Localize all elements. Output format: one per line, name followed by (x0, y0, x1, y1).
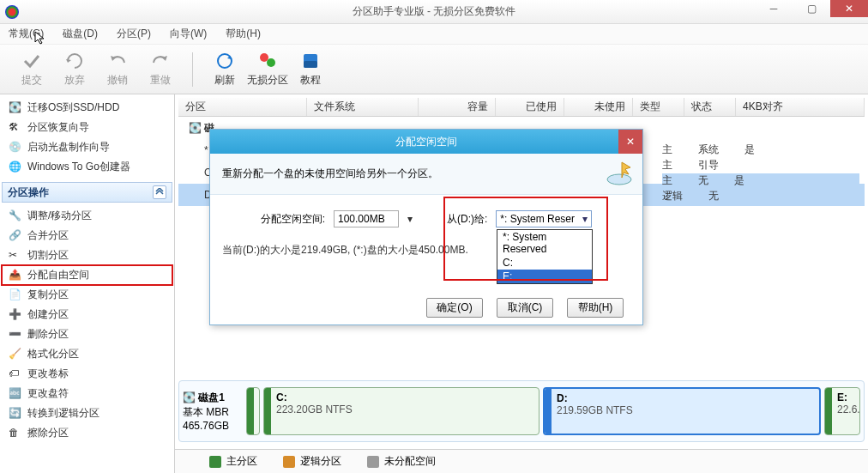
close-button[interactable]: ✕ (830, 0, 868, 17)
dialog-titlebar[interactable]: 分配空闲空间 ✕ (210, 130, 642, 154)
th-status[interactable]: 状态 (684, 98, 736, 116)
th-unused[interactable]: 未使用 (564, 98, 633, 116)
th-type[interactable]: 类型 (633, 98, 684, 116)
refresh-button[interactable]: 刷新 (203, 51, 246, 88)
globe-icon: 🌐 (9, 161, 22, 174)
cd-icon: 💿 (9, 141, 22, 155)
title-bar: 分区助手专业版 - 无损分区免费软件 ─ ▢ ✕ (0, 0, 868, 24)
left-sidebar: 💽迁移OS到SSD/HDD 🛠分区恢复向导 💿启动光盘制作向导 🌐Windows… (0, 94, 175, 473)
discard-icon (64, 51, 85, 71)
segment-d[interactable]: D:219.59GB NTFS (543, 387, 821, 435)
svg-point-5 (607, 174, 631, 185)
legend: 主分区 逻辑分区 未分配空间 (175, 449, 868, 473)
op-wipe[interactable]: 🗑擦除分区 (2, 423, 172, 443)
dialog-close-button[interactable]: ✕ (618, 130, 642, 154)
op-label[interactable]: 🏷更改卷标 (2, 364, 172, 384)
disk-icon: 💽 磁盘1 (183, 391, 243, 405)
wipe-icon: 🗑 (9, 427, 22, 440)
row-star-info: 主系统是 (662, 143, 859, 158)
disk-icon: 💽 (189, 122, 202, 134)
dialog-buttons: 确定(O) 取消(C) 帮助(H) (210, 290, 642, 324)
refresh-icon (214, 51, 235, 71)
segment-e[interactable]: E:22.6... (824, 387, 860, 435)
delete-icon: ➖ (9, 328, 22, 342)
chevron-up-icon[interactable] (153, 185, 166, 199)
op-convert[interactable]: 🔄转换到逻辑分区 (2, 403, 172, 423)
disk-icon: 💽 (9, 101, 22, 115)
format-icon: 🧹 (9, 348, 22, 361)
menu-partition[interactable]: 分区(P) (113, 25, 154, 43)
split-icon: ✂ (9, 249, 22, 263)
op-delete[interactable]: ➖删除分区 (2, 324, 172, 344)
menu-help[interactable]: 帮助(H) (222, 25, 264, 43)
convert-icon: 🔄 (9, 407, 22, 421)
op-resize[interactable]: 🔧调整/移动分区 (2, 206, 172, 226)
menu-wizard[interactable]: 向导(W) (166, 25, 210, 43)
op-letter[interactable]: 🔤更改盘符 (2, 384, 172, 403)
segment-c[interactable]: C:223.20GB NTFS (263, 387, 539, 435)
dialog-header: 重新分配一个盘的未使用空间给另外一个分区。 (210, 154, 642, 195)
op-copy[interactable]: 📄复制分区 (2, 285, 172, 305)
legend-unalloc: 未分配空间 (367, 454, 436, 469)
th-used[interactable]: 已使用 (496, 98, 564, 116)
alloc-amount-input[interactable] (334, 210, 399, 227)
merge-icon: 🔗 (9, 229, 22, 243)
disk-send-icon (605, 159, 634, 188)
toolbar: 提交 放弃 撤销 重做 刷新 无损分区 教程 (0, 45, 868, 94)
svg-rect-4 (304, 61, 317, 68)
th-fs[interactable]: 文件系统 (307, 98, 419, 116)
op-create[interactable]: ➕创建分区 (2, 305, 172, 324)
discard-button[interactable]: 放弃 (53, 51, 96, 88)
disk-map: 💽 磁盘1 基本 MBR 465.76GB *3 C:223.20GB NTFS… (178, 380, 865, 442)
wizard-bootdisk[interactable]: 💿启动光盘制作向导 (2, 137, 172, 157)
tutorial-button[interactable]: 教程 (289, 51, 332, 88)
row-e-info: 逻辑无 (662, 189, 859, 204)
row-c-info: 主引导 (662, 158, 859, 173)
op-merge[interactable]: 🔗合并分区 (2, 226, 172, 246)
ops-list: 🔧调整/移动分区 🔗合并分区 ✂切割分区 📤分配自由空间 📄复制分区 ➕创建分区… (0, 204, 174, 445)
menu-bar: 常规(G) 磁盘(D) 分区(P) 向导(W) 帮助(H) (0, 24, 868, 45)
dialog-description: 重新分配一个盘的未使用空间给另外一个分区。 (222, 167, 438, 181)
recover-icon: 🛠 (9, 121, 22, 135)
th-4kb[interactable]: 4KB对齐 (736, 98, 865, 116)
highlight-box (443, 197, 608, 281)
ops-panel-header[interactable]: 分区操作 (2, 182, 172, 203)
undo-button[interactable]: 撤销 (96, 51, 139, 88)
dialog-body: 分配空闲空间: ▾ 从(D:)给: *: System Reser ▾ *: S… (210, 195, 642, 290)
op-split[interactable]: ✂切割分区 (2, 246, 172, 265)
redo-icon (150, 51, 171, 71)
row-d-info: 主无是 (662, 173, 859, 189)
letter-icon: 🔤 (9, 387, 22, 401)
op-format[interactable]: 🧹格式化分区 (2, 344, 172, 364)
legend-logical: 逻辑分区 (283, 454, 341, 469)
lossless-button[interactable]: 无损分区 (246, 51, 289, 88)
disk-info[interactable]: 💽 磁盘1 基本 MBR 465.76GB (183, 391, 243, 432)
label-icon: 🏷 (9, 367, 22, 381)
commit-button[interactable]: 提交 (10, 51, 53, 88)
legend-primary: 主分区 (209, 454, 257, 469)
maximize-button[interactable]: ▢ (793, 0, 830, 17)
copy-icon: 📄 (9, 288, 22, 302)
wizard-recover[interactable]: 🛠分区恢复向导 (2, 118, 172, 137)
undo-icon (107, 51, 128, 71)
th-capacity[interactable]: 容量 (419, 98, 496, 116)
resize-icon: 🔧 (9, 209, 22, 223)
th-partition[interactable]: 分区 (178, 98, 307, 116)
partition-table-header: 分区 文件系统 容量 已使用 未使用 类型 状态 4KB对齐 (178, 98, 865, 117)
cancel-button[interactable]: 取消(C) (497, 298, 553, 318)
unit-dropdown-icon[interactable]: ▾ (407, 213, 413, 225)
segment-reserved[interactable]: *3 (246, 387, 260, 435)
alloc-label: 分配空闲空间: (261, 212, 325, 227)
book-icon (300, 51, 321, 71)
wizard-migrate-os[interactable]: 💽迁移OS到SSD/HDD (2, 98, 172, 118)
wizard-wtg[interactable]: 🌐Windows To Go创建器 (2, 157, 172, 177)
svg-point-1 (260, 53, 268, 62)
menu-disk[interactable]: 磁盘(D) (59, 25, 101, 43)
create-icon: ➕ (9, 308, 22, 322)
redo-button[interactable]: 重做 (139, 51, 182, 88)
help-button[interactable]: 帮助(H) (567, 298, 624, 318)
menu-general[interactable]: 常规(G) (5, 25, 47, 43)
op-allocate-free[interactable]: 📤分配自由空间 (2, 265, 172, 285)
ok-button[interactable]: 确定(O) (426, 298, 483, 318)
minimize-button[interactable]: ─ (755, 0, 793, 17)
